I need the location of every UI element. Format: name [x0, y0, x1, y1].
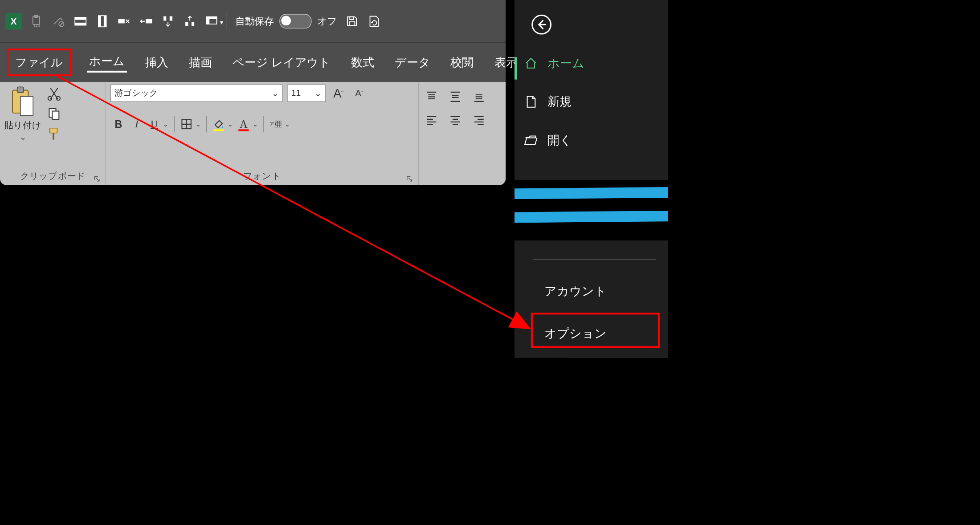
backstage-item-open[interactable]: 開く	[523, 132, 584, 148]
delete-row-right-icon[interactable]	[117, 14, 131, 28]
tab-formulas[interactable]: 数式	[348, 53, 376, 71]
clipboard-icon	[10, 86, 36, 118]
freeze-panes-down-icon[interactable]	[161, 14, 175, 28]
clear-format-icon[interactable]	[52, 14, 65, 28]
decrease-font-size-button[interactable]: Aˇ	[351, 85, 367, 102]
borders-icon	[181, 119, 192, 130]
font-color-button[interactable]: A ⌄	[236, 116, 259, 132]
divider	[174, 116, 175, 132]
excel-window: 123 ▾ 自動保存 オフ	[0, 0, 506, 358]
tab-insert[interactable]: 挿入	[143, 53, 171, 71]
svg-rect-1	[34, 15, 37, 17]
dialog-launcher-icon[interactable]	[94, 175, 100, 182]
autosave-state: オフ	[317, 15, 337, 28]
align-top-button[interactable]	[423, 88, 441, 106]
autosave-label: 自動保存	[235, 15, 274, 28]
chevron-down-icon[interactable]: ⌄	[162, 121, 170, 128]
save-icon[interactable]	[345, 14, 359, 28]
tab-draw[interactable]: 描画	[187, 53, 215, 71]
paste-values-icon[interactable]: 123	[30, 14, 44, 28]
insert-table-col-icon[interactable]	[95, 14, 109, 28]
group-clipboard: 貼り付け ⌄ クリップボード	[0, 82, 106, 185]
tab-review-label: 校閲	[450, 56, 474, 69]
tab-review[interactable]: 校閲	[448, 53, 476, 71]
tab-home[interactable]: ホーム	[87, 52, 127, 73]
chevron-down-icon[interactable]: ⌄	[20, 133, 26, 142]
backstage-panel-bottom: アカウント オプション	[514, 240, 668, 358]
autosave-control[interactable]: 自動保存 オフ	[235, 14, 337, 28]
underline-label: U	[147, 116, 162, 132]
font-size-combo[interactable]: 11⌄	[287, 85, 326, 102]
chevron-down-icon[interactable]: ⌄	[226, 121, 234, 128]
chevron-down-icon[interactable]: ⌄	[251, 121, 259, 128]
tab-page-layout-label: ページ レイアウト	[233, 56, 330, 69]
svg-rect-25	[17, 87, 24, 92]
paste-label: 貼り付け	[4, 119, 41, 131]
backstage-item-account[interactable]: アカウント	[544, 283, 607, 299]
svg-rect-14	[146, 20, 151, 23]
borders-button[interactable]: ⌄	[179, 116, 202, 132]
tab-view-label: 表示	[494, 56, 518, 69]
svg-rect-18	[192, 22, 194, 26]
paste-button[interactable]: 貼り付け ⌄	[4, 85, 41, 142]
ribbon-tabs: ファイル ホーム 挿入 描画 ページ レイアウト 数式 データ 校閲 表示	[0, 42, 506, 82]
format-painter-icon[interactable]	[47, 126, 61, 141]
cut-icon[interactable]	[47, 86, 61, 101]
quick-access-toolbar: 123 ▾ 自動保存 オフ	[0, 0, 506, 42]
tab-draw-label: 描画	[189, 56, 212, 69]
annotation-highlight-options	[531, 313, 660, 348]
copy-icon[interactable]	[47, 106, 61, 121]
align-left-button[interactable]	[423, 111, 441, 129]
increase-font-size-button[interactable]: Aˆ	[330, 85, 347, 102]
bold-button[interactable]: B	[110, 116, 127, 132]
backstage-item-new[interactable]: 新規	[523, 93, 584, 110]
new-file-icon	[523, 94, 538, 109]
tab-insert-label: 挿入	[145, 56, 168, 69]
svg-text:123: 123	[33, 23, 40, 28]
italic-button[interactable]: I	[128, 116, 145, 132]
phonetic-guide-button[interactable]: ア亜 ⌄	[268, 116, 291, 132]
tab-formulas-label: 数式	[351, 56, 374, 69]
font-size-value: 11	[291, 88, 301, 98]
svg-line-4	[60, 22, 63, 25]
svg-rect-7	[75, 23, 86, 25]
chevron-down-icon[interactable]: ⌄	[194, 121, 202, 128]
tab-page-layout[interactable]: ページ レイアウト	[230, 53, 333, 71]
autosave-toggle[interactable]	[279, 14, 311, 28]
chevron-down-icon: ⌄	[314, 88, 322, 98]
align-center-button[interactable]	[446, 111, 464, 129]
ribbon: 貼り付け ⌄ クリップボード 游ゴ	[0, 82, 506, 185]
group-clipboard-label: クリップボード	[20, 170, 86, 182]
tab-file-label: ファイル	[15, 56, 62, 69]
svg-rect-31	[50, 128, 57, 133]
divider	[533, 259, 656, 260]
svg-rect-21	[207, 17, 209, 24]
insert-table-row-icon[interactable]	[74, 14, 87, 28]
back-button[interactable]	[531, 14, 552, 35]
font-name-combo[interactable]: 游ゴシック⌄	[110, 85, 282, 102]
fill-color-button[interactable]: ⌄	[211, 116, 234, 132]
tab-data[interactable]: データ	[392, 53, 433, 71]
chevron-down-icon[interactable]: ⌄	[283, 121, 291, 128]
freeze-panes-up-icon[interactable]	[183, 14, 196, 28]
underline-button[interactable]: U ⌄	[147, 116, 170, 132]
qat-separator	[227, 12, 227, 30]
open-folder-icon	[523, 133, 538, 147]
delete-row-left-icon[interactable]	[139, 14, 153, 28]
align-right-button[interactable]	[470, 111, 488, 129]
svg-rect-11	[118, 20, 124, 23]
align-middle-button[interactable]	[446, 88, 464, 106]
paint-bucket-icon	[213, 119, 225, 130]
tab-file[interactable]: ファイル	[7, 49, 71, 76]
group-alignment	[419, 82, 506, 185]
svg-rect-17	[185, 22, 188, 26]
backstage-panel: ホーム 新規 開く	[514, 0, 668, 180]
refresh-icon[interactable]	[367, 14, 381, 28]
tab-home-label: ホーム	[89, 54, 124, 67]
collapsed-section-indicator	[514, 187, 668, 232]
filter-icon[interactable]: ▾	[205, 14, 219, 28]
align-bottom-button[interactable]	[470, 88, 488, 106]
backstage-item-home[interactable]: ホーム	[523, 55, 584, 71]
dialog-launcher-icon[interactable]	[406, 175, 413, 182]
svg-rect-15	[163, 16, 166, 20]
